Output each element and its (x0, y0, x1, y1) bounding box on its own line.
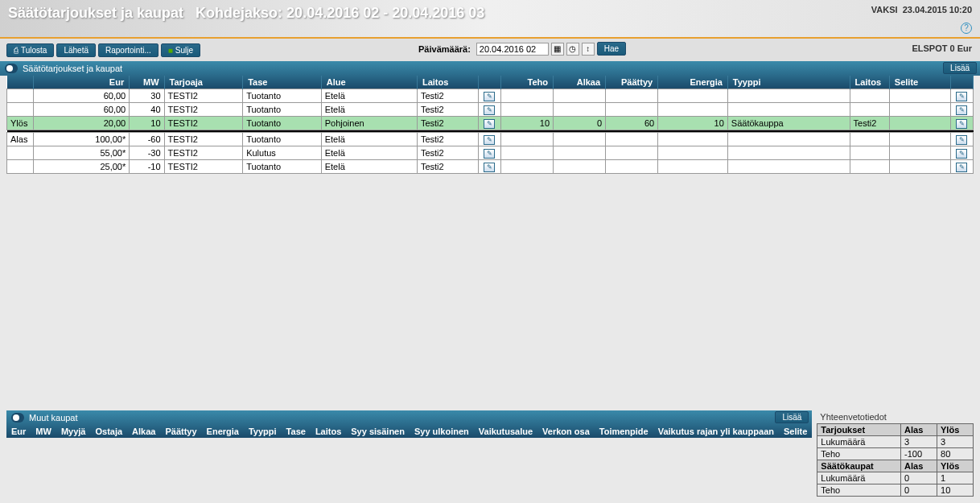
panel1-header: Säätötarjoukset ja kaupat Lisää (0, 61, 980, 76)
edit-icon[interactable] (956, 105, 967, 115)
report-button[interactable]: Raportointi... (98, 43, 159, 57)
date-input[interactable] (476, 43, 549, 56)
column-header[interactable]: Laitos (311, 425, 346, 438)
panel2-title: Muut kaupat (29, 413, 78, 423)
edit-icon[interactable] (484, 119, 495, 129)
edit-icon[interactable] (956, 163, 967, 172)
edit-icon[interactable] (484, 149, 495, 159)
column-header[interactable]: Laitos (417, 76, 478, 89)
column-header[interactable]: Ostaja (90, 425, 127, 438)
page-title: Säätötarjoukset ja kaupat Kohdejakso: 20… (0, 0, 492, 27)
table-row[interactable]: 60,0040TESTI2TuotantoEteläTesti2 (7, 103, 974, 117)
send-button[interactable]: Lähetä (56, 43, 96, 57)
summary-cell: Teho (817, 484, 901, 497)
date-label: Päivämäärä: (418, 44, 471, 54)
panel1-title: Säätötarjoukset ja kaupat (23, 64, 122, 73)
column-header[interactable]: Tarjoaja (164, 76, 243, 89)
table-row[interactable]: Ylös20,0010TESTI2TuotantoPohjoinenTesti2… (7, 117, 974, 130)
column-header[interactable]: Eur (6, 425, 31, 438)
column-header[interactable]: Energia (202, 425, 244, 438)
column-header[interactable]: Alkaa (554, 76, 606, 89)
summary-header: Alas (901, 424, 937, 436)
column-header[interactable]: Selite (779, 425, 812, 438)
table-row[interactable]: 55,00*-30TESTI2KulutusEteläTesti2 (7, 146, 974, 160)
column-header[interactable] (7, 76, 34, 89)
summary-cell: Teho (817, 448, 901, 460)
summary-cell: 3 (937, 436, 974, 448)
column-header[interactable]: MW (31, 425, 56, 438)
edit-icon[interactable] (956, 92, 967, 101)
summary-cell: 0 (901, 484, 937, 497)
summary-cell: 10 (937, 484, 974, 497)
table-row[interactable]: 60,0030TESTI2TuotantoEteläTesti2 (7, 89, 974, 103)
summary-title: Yhteenvetotiedot (817, 410, 974, 423)
edit-icon[interactable] (484, 135, 495, 145)
offers-table: EurMWTarjoajaTaseAlueLaitosTehoAlkaaPäät… (6, 76, 974, 174)
summary-cell: Lukumäärä (817, 436, 901, 448)
column-header[interactable]: Tyyppi (727, 76, 850, 89)
summary-cell: Lukumäärä (817, 472, 901, 484)
column-header[interactable]: Eur (33, 76, 129, 89)
panel1-add-button[interactable]: Lisää (943, 62, 977, 74)
table-row[interactable]: Alas100,00*-60TESTI2TuotantoEteläTesti2 (7, 133, 974, 146)
column-header[interactable]: Myyjä (56, 425, 91, 438)
column-header[interactable]: Teho (500, 76, 553, 89)
panel2-add-button[interactable]: Lisää (775, 411, 809, 423)
summary-cell: 80 (937, 448, 974, 460)
summary-cell: 0 (901, 472, 937, 484)
column-header[interactable]: Toimenpide (595, 425, 653, 438)
column-header[interactable]: Tyyppi (244, 425, 282, 438)
column-header[interactable]: Syy ulkoinen (410, 425, 474, 438)
help-icon[interactable]: ? (961, 23, 972, 34)
elspot-label: ELSPOT 0 Eur (912, 43, 972, 53)
summary-cell: 1 (937, 472, 974, 484)
search-button[interactable]: Hae (597, 42, 626, 56)
column-header[interactable]: Alue (321, 76, 417, 89)
panel2-toggle[interactable] (11, 413, 24, 423)
column-header[interactable]: Päättyy (606, 76, 658, 89)
header-timestamp: VAKSI 23.04.2015 10:20 (871, 5, 972, 14)
muut-table: EurMWMyyjäOstajaAlkaaPäättyyEnergiaTyypp… (6, 425, 812, 438)
stepper-icon[interactable]: ↕ (582, 43, 595, 56)
panel1-toggle[interactable] (5, 64, 18, 73)
summary-header: Säätökaupat (817, 460, 901, 472)
close-button[interactable]: Sulje (161, 43, 200, 57)
column-header[interactable]: Energia (658, 76, 728, 89)
summary-header: Alas (901, 460, 937, 472)
summary-cell: -100 (901, 448, 937, 460)
edit-icon[interactable] (484, 163, 495, 172)
summary-header: Ylös (937, 424, 974, 436)
calendar-icon[interactable]: ▦ (551, 43, 564, 56)
toolbar: Tulosta Lähetä Raportointi... Sulje Päiv… (0, 39, 980, 61)
column-header[interactable] (478, 76, 500, 89)
summary-cell: 3 (901, 436, 937, 448)
column-header[interactable]: Syy sisäinen (346, 425, 410, 438)
column-header[interactable]: Vaikutusalue (474, 425, 537, 438)
column-header[interactable]: Päättyy (160, 425, 201, 438)
edit-icon[interactable] (956, 119, 967, 129)
app-header: Säätötarjoukset ja kaupat Kohdejakso: 20… (0, 0, 980, 39)
summary-header: Ylös (937, 460, 974, 472)
column-header[interactable]: Selite (889, 76, 950, 89)
summary-header: Tarjoukset (817, 424, 901, 436)
column-header[interactable]: Tase (282, 425, 311, 438)
edit-icon[interactable] (484, 105, 495, 115)
summary-table: TarjouksetAlasYlösLukumäärä33Teho-10080S… (817, 423, 974, 497)
column-header[interactable]: Vaikutus rajan yli kauppaan (653, 425, 779, 438)
edit-icon[interactable] (956, 149, 967, 159)
edit-icon[interactable] (484, 92, 495, 101)
column-header[interactable]: Tase (243, 76, 322, 89)
panel2-header: Muut kaupat Lisää (6, 410, 812, 425)
column-header[interactable]: Alkaa (127, 425, 160, 438)
clock-icon[interactable]: ◷ (566, 43, 579, 56)
print-button[interactable]: Tulosta (6, 43, 54, 57)
table-row[interactable]: 25,00*-10TESTI2TuotantoEteläTesti2 (7, 160, 974, 174)
edit-icon[interactable] (956, 135, 967, 145)
column-header[interactable] (950, 76, 973, 89)
column-header[interactable]: Laitos (850, 76, 889, 89)
column-header[interactable]: MW (130, 76, 164, 89)
column-header[interactable]: Verkon osa (537, 425, 595, 438)
